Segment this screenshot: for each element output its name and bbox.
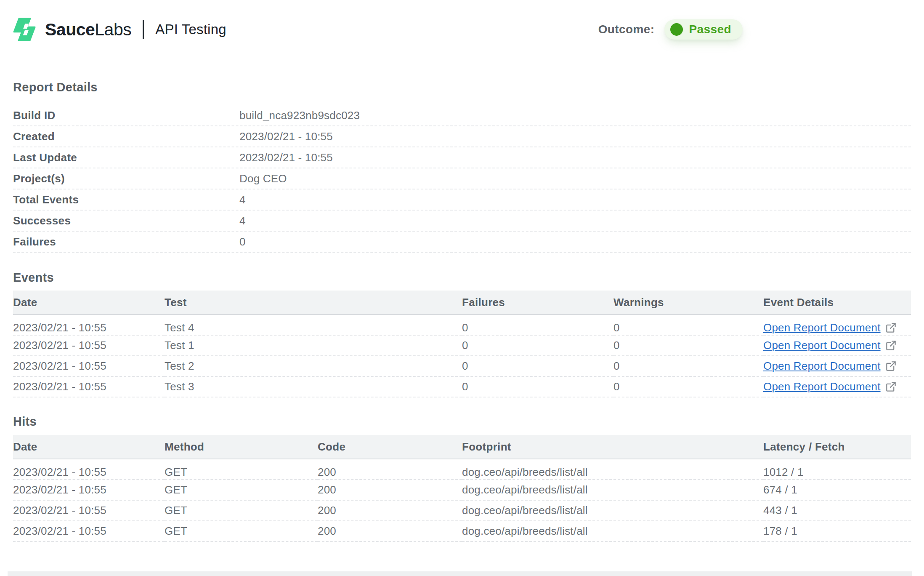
hit-code: 200 [318,480,462,500]
event-details-cell: Open Report Document [763,335,911,356]
hit-row: 2023/02/21 - 10:55 GET 200 dog.ceo/api/b… [13,500,911,521]
event-test: Test 1 [165,335,462,356]
hit-method: GET [165,500,318,521]
hit-date: 2023/02/21 - 10:55 [13,459,165,480]
events-table: Date Test Failures Warnings Event Detail… [13,291,911,397]
hit-method: GET [165,459,318,480]
event-date: 2023/02/21 - 10:55 [13,356,165,376]
external-link-icon [885,322,897,333]
hits-title: Hits [13,416,911,428]
event-failures: 0 [462,335,613,356]
detail-value: 4 [239,214,246,227]
event-test: Test 4 [165,315,462,335]
event-row: 2023/02/21 - 10:55 Test 3 0 0 Open Repor… [13,376,911,397]
detail-label: Project(s) [13,172,239,185]
detail-label: Successes [13,214,239,227]
column-header-test: Test [165,291,462,315]
event-date: 2023/02/21 - 10:55 [13,335,165,356]
product-name: API Testing [155,21,226,37]
open-report-document-label: Open Report Document [763,380,881,393]
detail-label: Failures [13,235,239,248]
external-link-icon [885,360,897,372]
event-failures: 0 [462,315,613,335]
hit-code: 200 [318,459,462,480]
detail-label: Created [13,130,239,143]
report-details-title: Report Details [13,81,911,93]
detail-label: Build ID [13,109,239,122]
hit-latency-fetch: 674 / 1 [763,480,911,500]
open-report-document-link[interactable]: Open Report Document [763,321,897,334]
open-report-document-label: Open Report Document [763,321,881,334]
report-details-list: Build ID build_nca923nb9sdc023 Created 2… [13,105,911,253]
hit-footprint: dog.ceo/api/breeds/list/all [462,459,763,480]
event-test: Test 2 [165,356,462,376]
hit-latency-fetch: 1012 / 1 [763,459,911,480]
detail-row-last-update: Last Update 2023/02/21 - 10:55 [13,147,911,168]
event-date: 2023/02/21 - 10:55 [13,376,165,397]
detail-value: Dog CEO [239,172,287,185]
event-failures: 0 [462,376,613,397]
brand: SauceLabs API Testing [13,17,226,42]
detail-value: 4 [239,193,246,206]
column-header-footprint: Footprint [462,435,763,459]
brand-sauce: Sauce [45,20,95,39]
external-link-icon [885,381,897,392]
detail-row-total-events: Total Events 4 [13,189,911,211]
event-details-cell: Open Report Document [763,315,911,335]
page-container: SauceLabs API Testing Outcome: Passed Re… [0,0,924,542]
brand-labs: Labs [95,20,131,39]
open-report-document-label: Open Report Document [763,339,881,352]
event-warnings: 0 [613,376,763,397]
event-date: 2023/02/21 - 10:55 [13,315,165,335]
hit-date: 2023/02/21 - 10:55 [13,480,165,500]
hit-code: 200 [318,521,462,541]
hit-footprint: dog.ceo/api/breeds/list/all [462,521,763,541]
outcome-label: Outcome: [598,23,655,36]
event-test: Test 3 [165,376,462,397]
open-report-document-link[interactable]: Open Report Document [763,360,897,373]
event-warnings: 0 [613,356,763,376]
open-report-document-link[interactable]: Open Report Document [763,339,897,352]
column-header-method: Method [165,435,318,459]
hit-latency-fetch: 443 / 1 [763,500,911,521]
detail-row-projects: Project(s) Dog CEO [13,168,911,189]
detail-label: Last Update [13,151,239,164]
event-warnings: 0 [613,315,763,335]
outcome-status-badge: Passed [664,19,743,40]
detail-row-failures: Failures 0 [13,232,911,253]
event-row: 2023/02/21 - 10:55 Test 2 0 0 Open Repor… [13,356,911,376]
event-failures: 0 [462,356,613,376]
hit-footprint: dog.ceo/api/breeds/list/all [462,500,763,521]
hit-row: 2023/02/21 - 10:55 GET 200 dog.ceo/api/b… [13,480,911,500]
brand-divider [143,20,144,39]
hit-row: 2023/02/21 - 10:55 GET 200 dog.ceo/api/b… [13,459,911,480]
hit-method: GET [165,480,318,500]
open-report-document-label: Open Report Document [763,360,881,373]
event-details-cell: Open Report Document [763,376,911,397]
open-report-document-link[interactable]: Open Report Document [763,380,897,393]
passed-status-dot-icon [670,23,683,36]
detail-value: 0 [239,235,246,248]
event-warnings: 0 [613,335,763,356]
hit-row: 2023/02/21 - 10:55 GET 200 dog.ceo/api/b… [13,521,911,541]
next-section-edge [8,571,912,576]
column-header-code: Code [318,435,462,459]
detail-value: build_nca923nb9sdc023 [239,109,360,122]
hit-latency-fetch: 178 / 1 [763,521,911,541]
detail-value: 2023/02/21 - 10:55 [239,151,333,164]
hit-date: 2023/02/21 - 10:55 [13,500,165,521]
outcome-status-text: Passed [689,23,731,36]
sauce-labs-logo-icon [13,17,39,42]
event-row: 2023/02/21 - 10:55 Test 4 0 0 Open Repor… [13,315,911,335]
column-header-date: Date [13,435,165,459]
hit-footprint: dog.ceo/api/breeds/list/all [462,480,763,500]
detail-row-created: Created 2023/02/21 - 10:55 [13,126,911,147]
column-header-failures: Failures [462,291,613,315]
hit-code: 200 [318,500,462,521]
detail-row-successes: Successes 4 [13,211,911,232]
column-header-warnings: Warnings [613,291,763,315]
events-table-header: Date Test Failures Warnings Event Detail… [13,291,911,315]
column-header-latency-fetch: Latency / Fetch [763,435,911,459]
column-header-event-details: Event Details [763,291,911,315]
hits-table-header: Date Method Code Footprint Latency / Fet… [13,435,911,459]
